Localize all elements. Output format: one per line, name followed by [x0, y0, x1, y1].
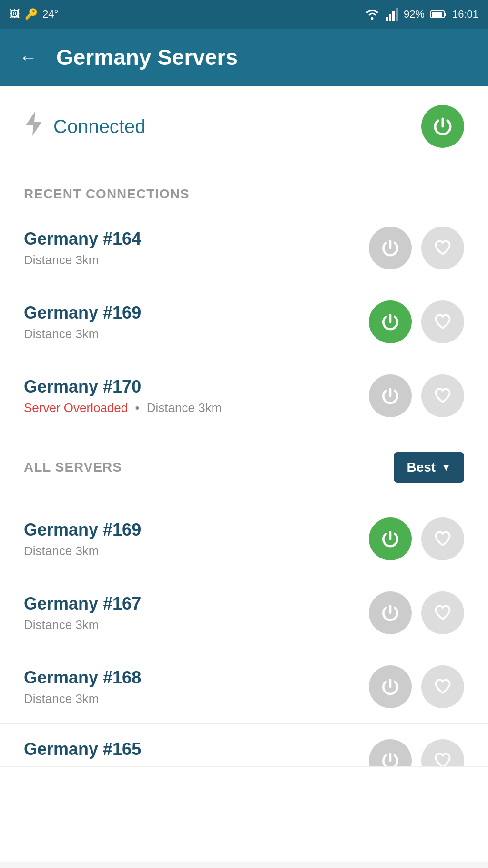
distance-label: Distance 3km — [147, 401, 222, 415]
server-name: Germany #169 — [24, 520, 369, 540]
server-info: Germany #165 — [24, 739, 369, 763]
all-server-item: Germany #169 Distance 3km — [0, 502, 488, 576]
server-power-button[interactable] — [369, 665, 412, 708]
svg-rect-6 — [432, 12, 442, 17]
server-name: Germany #167 — [24, 594, 369, 614]
wifi-icon — [365, 8, 380, 21]
connection-status-row: Connected — [0, 86, 488, 167]
server-power-button[interactable] — [369, 374, 412, 417]
recent-server-item: Germany #170 Server Overloaded • Distanc… — [0, 359, 488, 433]
lightning-icon — [24, 110, 44, 143]
battery-percent: 92% — [404, 8, 425, 21]
server-info: Germany #167 Distance 3km — [24, 594, 369, 632]
status-bar: 🖼 🔑 24° 92% 16:01 — [0, 0, 488, 29]
favorite-button[interactable] — [421, 739, 464, 767]
server-actions — [369, 227, 464, 269]
server-actions — [369, 665, 464, 708]
status-bar-left: 🖼 🔑 24° — [10, 8, 58, 21]
key-icon: 🔑 — [25, 8, 38, 21]
page-title: Germany Servers — [56, 44, 238, 70]
header: ← Germany Servers — [0, 29, 488, 86]
server-power-button[interactable] — [369, 591, 412, 634]
server-name: Germany #168 — [24, 668, 369, 688]
favorite-button[interactable] — [421, 665, 464, 708]
all-server-item: Germany #167 Distance 3km — [0, 576, 488, 650]
svg-rect-2 — [389, 14, 391, 21]
favorite-button[interactable] — [421, 300, 464, 343]
sort-label: Best — [407, 460, 436, 475]
all-servers-header: ALL SERVERS Best ▼ — [0, 433, 488, 502]
recent-connections-label: RECENT CONNECTIONS — [0, 167, 488, 211]
connection-left: Connected — [24, 110, 145, 143]
server-power-button[interactable] — [369, 739, 412, 767]
sort-button[interactable]: Best ▼ — [394, 452, 465, 483]
recent-server-item: Germany #169 Distance 3km — [0, 285, 488, 359]
server-info: Germany #164 Distance 3km — [24, 229, 369, 268]
signal-icon — [386, 8, 398, 21]
temperature: 24° — [42, 8, 58, 21]
server-info: Germany #169 Distance 3km — [24, 303, 369, 341]
svg-rect-1 — [386, 17, 388, 21]
overloaded-label: Server Overloaded — [24, 401, 128, 415]
connection-label: Connected — [53, 116, 145, 137]
main-power-button[interactable] — [421, 105, 464, 148]
back-button[interactable]: ← — [19, 47, 37, 68]
server-name: Germany #164 — [24, 229, 369, 249]
server-power-button[interactable] — [369, 300, 412, 343]
svg-rect-7 — [444, 13, 446, 16]
favorite-button[interactable] — [421, 374, 464, 417]
server-power-button[interactable] — [369, 517, 412, 560]
server-distance: Distance 3km — [24, 618, 369, 632]
server-actions — [369, 300, 464, 343]
server-distance: Distance 3km — [24, 544, 369, 558]
server-info: Germany #169 Distance 3km — [24, 520, 369, 558]
server-distance: Distance 3km — [24, 253, 369, 268]
dot-separator: • — [135, 401, 142, 415]
server-actions — [369, 517, 464, 560]
svg-rect-4 — [396, 8, 398, 21]
all-server-item: Germany #165 — [0, 724, 488, 767]
server-actions — [369, 591, 464, 634]
favorite-button[interactable] — [421, 591, 464, 634]
time: 16:01 — [452, 8, 478, 21]
server-actions — [369, 374, 464, 417]
svg-point-0 — [371, 18, 373, 20]
all-servers-label: ALL SERVERS — [24, 460, 122, 475]
status-bar-right: 92% 16:01 — [365, 8, 478, 21]
page-filler — [0, 767, 488, 862]
server-distance-overloaded: Server Overloaded • Distance 3km — [24, 401, 369, 415]
server-power-button[interactable] — [369, 227, 412, 269]
screen-icon: 🖼 — [10, 8, 20, 21]
server-distance: Distance 3km — [24, 327, 369, 341]
recent-server-item: Germany #164 Distance 3km — [0, 211, 488, 285]
server-info: Germany #168 Distance 3km — [24, 668, 369, 706]
favorite-button[interactable] — [421, 517, 464, 560]
svg-rect-3 — [392, 11, 395, 21]
server-name: Germany #169 — [24, 303, 369, 323]
server-actions — [369, 739, 464, 767]
server-name: Germany #165 — [24, 739, 369, 759]
all-server-item: Germany #168 Distance 3km — [0, 650, 488, 724]
battery-icon — [430, 10, 447, 19]
server-info: Germany #170 Server Overloaded • Distanc… — [24, 377, 369, 415]
chevron-down-icon: ▼ — [441, 462, 451, 473]
server-name: Germany #170 — [24, 377, 369, 397]
server-distance: Distance 3km — [24, 692, 369, 706]
favorite-button[interactable] — [421, 227, 464, 269]
